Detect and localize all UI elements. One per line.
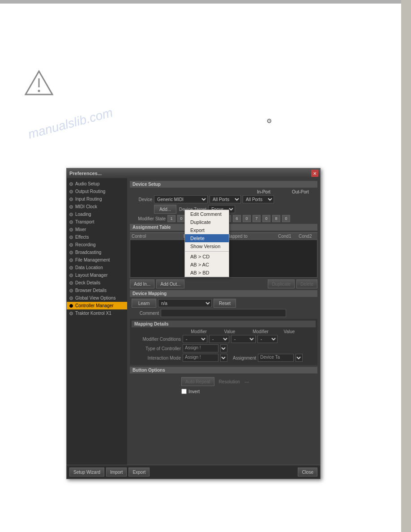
sidebar-item-data-location[interactable]: Data Location: [67, 264, 127, 271]
modifier-col1-header: Modifier: [183, 329, 214, 334]
mod-num-1: 1: [167, 215, 176, 222]
sidebar-label-broadcasting: Broadcasting: [75, 250, 101, 255]
sidebar-label-deck-details: Deck Details: [75, 280, 100, 285]
sidebar-item-browser-details[interactable]: Browser Details: [67, 287, 127, 294]
import-button[interactable]: Import: [106, 468, 127, 476]
mod-num-11: 8: [272, 215, 280, 222]
radio-traktor-kontrol-x1: [69, 312, 73, 315]
auto-repeat-button[interactable]: Auto Repeat: [181, 377, 214, 386]
radio-data-location: [69, 266, 73, 270]
radio-output-routing: [69, 190, 73, 193]
ctx-delete[interactable]: Delete: [185, 234, 229, 242]
sidebar-item-file-management[interactable]: File Management: [67, 256, 127, 264]
warning-icon: [25, 69, 54, 99]
ctx-divider: [185, 251, 229, 252]
ctx-ab-bd[interactable]: AB > BD: [185, 269, 229, 277]
learn-button[interactable]: Learn: [132, 299, 156, 308]
ctx-edit-comment[interactable]: Edit Comment: [185, 210, 229, 218]
reset-button[interactable]: Reset: [214, 299, 236, 308]
add-button[interactable]: Add...: [154, 205, 176, 214]
radio-controller-manager: [69, 304, 73, 308]
mod-num-10: 0: [262, 215, 270, 222]
ctx-show-version[interactable]: Show Version: [185, 242, 229, 250]
mod-cond-val2[interactable]: -: [257, 335, 278, 343]
sidebar-item-transport[interactable]: Transport: [67, 218, 127, 226]
duplicate-button[interactable]: Duplicate: [268, 279, 295, 288]
sidebar-item-recording[interactable]: Recording: [67, 241, 127, 249]
in-port-select[interactable]: All Ports: [210, 195, 241, 203]
sidebar-item-audio-setup[interactable]: Audio Setup: [67, 180, 127, 188]
mod-num-12: 0: [282, 215, 290, 222]
mod-cond-select2[interactable]: -: [231, 335, 256, 343]
radio-input-routing: [69, 197, 73, 201]
context-menu: Edit Comment Duplicate Export Delete Sho…: [184, 210, 229, 277]
interaction-mode-row: Interaction Mode Assign ! ▼ Assignment D…: [132, 354, 316, 362]
sidebar-item-layout-manager[interactable]: Layout Manager: [67, 271, 127, 279]
learn-value-select[interactable]: n/a: [158, 299, 212, 307]
close-button[interactable]: ✕: [311, 170, 318, 177]
sidebar-label-controller-manager: Controller Manager: [75, 303, 114, 308]
mapped-to-col-header: Mapped to: [227, 234, 275, 239]
sidebar-label-output-routing: Output Routing: [75, 189, 105, 194]
sidebar-item-loading[interactable]: Loading: [67, 210, 127, 218]
type-controller-select[interactable]: ▼: [220, 344, 227, 352]
preferences-dialog: Preferences... ✕ Audio Setup Output Rout…: [66, 168, 321, 479]
page-background: ⚙ manualslib.com Preferences... ✕ Audio …: [0, 0, 411, 532]
sidebar-label-loading: Loading: [75, 212, 91, 217]
prefs-titlebar: Preferences... ✕: [67, 168, 320, 178]
radio-transport: [69, 220, 73, 224]
comment-row: Comment: [130, 309, 317, 317]
add-in-button[interactable]: Add In...: [130, 279, 154, 288]
device-mapping-section: Device Mapping Learn n/a Reset Comment: [130, 290, 317, 317]
add-out-button[interactable]: Add Out...: [156, 279, 184, 288]
comment-input[interactable]: [161, 309, 286, 317]
ctx-export[interactable]: Export: [185, 226, 229, 234]
sidebar-item-traktor-kontrol-x1[interactable]: Traktor Kontrol X1: [67, 309, 127, 317]
mapping-details-section: Mapping Details Modifier Value Modifier …: [130, 319, 317, 365]
delete-button[interactable]: Delete: [296, 279, 317, 288]
out-port-select[interactable]: All Ports: [243, 195, 274, 203]
sidebar-item-effects[interactable]: Effects: [67, 233, 127, 241]
sidebar-label-traktor-kontrol-x1: Traktor Kontrol X1: [75, 311, 111, 316]
button-options-section: Button Options Auto Repeat Resolution --…: [130, 367, 317, 395]
sidebar-item-midi-clock[interactable]: MIDI Clock: [67, 203, 127, 210]
sidebar-item-global-view-options[interactable]: Global View Options: [67, 294, 127, 302]
export-bottom-button[interactable]: Export: [128, 468, 150, 476]
gear-icon[interactable]: ⚙: [266, 117, 272, 124]
out-port-header: Out-Port: [284, 189, 317, 194]
mod-num-9: 7: [253, 215, 261, 222]
invert-checkbox[interactable]: [181, 389, 187, 394]
assignment-label2: Assignment: [233, 356, 256, 360]
device-select[interactable]: Generic MIDI: [154, 195, 208, 203]
prefs-bottom-bar: Setup Wizard Import Export Close: [67, 465, 320, 479]
mod-cond-val1[interactable]: -: [209, 335, 229, 343]
ctx-ab-cd[interactable]: AB > CD: [185, 253, 229, 261]
svg-point-2: [38, 90, 40, 92]
close-bottom-button[interactable]: Close: [298, 468, 317, 476]
sidebar-label-global-view-options: Global View Options: [75, 296, 116, 300]
sidebar-label-input-routing: Input Routing: [75, 197, 102, 202]
add-buttons-row: Add In... Add Out... Duplicate Delete: [130, 279, 317, 288]
sidebar-item-deck-details[interactable]: Deck Details: [67, 279, 127, 287]
sidebar-item-output-routing[interactable]: Output Routing: [67, 188, 127, 195]
setup-wizard-button[interactable]: Setup Wizard: [69, 468, 104, 476]
sidebar-item-mixer[interactable]: Mixer: [67, 226, 127, 233]
assignment-select[interactable]: ▼: [295, 354, 303, 362]
ctx-duplicate[interactable]: Duplicate: [185, 218, 229, 226]
device-setup-header: Device Setup: [130, 181, 317, 188]
prefs-title: Preferences...: [69, 171, 102, 176]
ctx-ab-ac[interactable]: AB > AC: [185, 261, 229, 269]
interaction-mode-select[interactable]: ▼: [220, 354, 227, 362]
radio-midi-clock: [69, 205, 73, 209]
sidebar-label-effects: Effects: [75, 235, 89, 240]
sidebar-item-broadcasting[interactable]: Broadcasting: [67, 249, 127, 256]
mapping-details-header: Mapping Details: [132, 321, 316, 327]
modifier-conditions-row: Modifier Conditions - - - -: [132, 335, 316, 343]
comment-label: Comment: [130, 311, 159, 316]
sidebar-item-input-routing[interactable]: Input Routing: [67, 195, 127, 203]
sidebar-label-data-location: Data Location: [75, 265, 103, 270]
radio-layout-manager: [69, 274, 73, 277]
mod-cond-select1[interactable]: -: [183, 335, 207, 343]
sidebar-label-file-management: File Management: [75, 257, 110, 262]
sidebar-item-controller-manager[interactable]: Controller Manager: [67, 302, 127, 309]
